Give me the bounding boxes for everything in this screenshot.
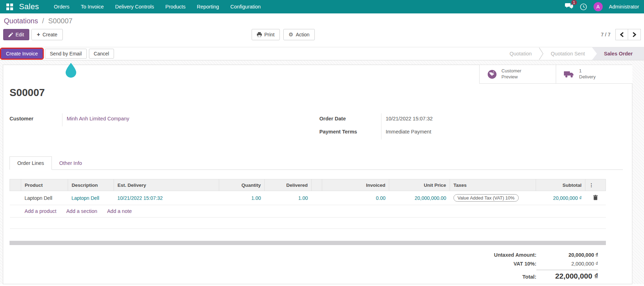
delete-line-button[interactable] <box>585 191 606 205</box>
stage-divider <box>539 47 544 60</box>
cell-uom <box>312 191 322 205</box>
add-a-product-link[interactable]: Add a product <box>25 208 56 214</box>
add-a-section-link[interactable]: Add a section <box>66 208 97 214</box>
edit-label: Edit <box>16 32 24 37</box>
optional-columns-button[interactable]: ⋮ <box>585 179 606 191</box>
order-date-value: 10/21/2022 15:07:32 <box>381 113 433 121</box>
send-by-email-button[interactable]: Send by Email <box>45 49 86 59</box>
clock-icon <box>580 3 587 11</box>
stage-sales-order[interactable]: Sales Order <box>592 47 644 60</box>
col-unit-price[interactable]: Unit Price <box>389 179 450 191</box>
cancel-button[interactable]: Cancel <box>89 49 114 59</box>
print-button[interactable]: Print <box>252 29 280 40</box>
top-navbar: Sales Orders To Invoice Delivery Control… <box>0 0 644 13</box>
form-sheet: Customer Preview 1 Delivery <box>3 65 632 284</box>
chevron-left-icon <box>620 32 624 37</box>
menu-delivery-controls[interactable]: Delivery Controls <box>109 0 160 13</box>
edit-button[interactable]: Edit <box>3 29 29 40</box>
menu-reporting[interactable]: Reporting <box>191 0 225 13</box>
order-date-label: Order Date <box>319 113 381 126</box>
untaxed-amount-value: 20,000,000 ₫ <box>536 252 598 258</box>
col-taxes[interactable]: Taxes <box>450 179 536 191</box>
customer-preview-line1: Customer <box>501 68 521 74</box>
print-icon <box>257 32 262 37</box>
page-title: S00007 <box>10 87 623 99</box>
cell-unit-price: 20,000,000.00 <box>389 191 450 205</box>
chevron-right-icon <box>632 32 636 37</box>
avatar[interactable]: A <box>594 2 603 11</box>
payment-terms-value: Immediate Payment <box>381 126 431 135</box>
customer-preview-button[interactable]: Customer Preview <box>479 65 556 84</box>
col-est-delivery[interactable]: Est. Delivery <box>114 179 219 191</box>
sheet-background: Customer Preview 1 Delivery <box>0 60 644 284</box>
menu-products[interactable]: Products <box>160 0 191 13</box>
customer-label: Customer <box>10 113 62 126</box>
action-label: Action <box>296 32 309 37</box>
payment-terms-label: Payment Terms <box>319 126 381 139</box>
col-quantity[interactable]: Quantity <box>219 179 265 191</box>
action-button[interactable]: ⚙ Action <box>283 29 315 40</box>
user-menu[interactable]: Administrator <box>609 4 639 10</box>
untaxed-amount-label: Untaxed Amount: <box>494 252 536 258</box>
onboarding-pointer-icon <box>65 62 77 79</box>
menu-configuration[interactable]: Configuration <box>225 0 266 13</box>
stage-indicator: Quotation Quotation Sent Sales Order <box>502 47 644 60</box>
apps-grid-icon <box>6 4 13 10</box>
delivery-count: 1 <box>579 68 596 74</box>
create-label: Create <box>42 32 57 37</box>
row-handle <box>10 191 21 205</box>
create-button[interactable]: + Create <box>31 29 62 40</box>
print-label: Print <box>264 32 275 37</box>
apps-grid-icon[interactable] <box>4 1 15 12</box>
plus-icon: + <box>37 31 40 38</box>
cell-delivered: 1.00 <box>265 191 312 205</box>
cell-quantity: 1.00 <box>219 191 265 205</box>
horizontal-scrollbar[interactable] <box>10 241 606 245</box>
delivery-button[interactable]: 1 Delivery <box>556 65 632 84</box>
col-product[interactable]: Product <box>21 179 68 191</box>
breadcrumb-quotations[interactable]: Quotations <box>4 17 38 25</box>
messages-button[interactable]: 1 <box>565 2 573 11</box>
menu-to-invoice[interactable]: To Invoice <box>75 0 109 13</box>
tab-other-info[interactable]: Other Info <box>52 157 89 169</box>
add-a-note-link[interactable]: Add a note <box>107 208 132 214</box>
create-invoice-button[interactable]: Create Invoice <box>1 49 43 59</box>
table-header-row: Product Description Est. Delivery Quanti… <box>10 179 606 191</box>
customer-preview-line2: Preview <box>501 74 521 80</box>
trash-icon <box>593 195 598 200</box>
pager-counter: 7 / 7 <box>601 32 610 37</box>
statusbar: Create Invoice Send by Email Cancel Quot… <box>0 47 644 60</box>
breadcrumb-separator: / <box>42 17 44 25</box>
stage-quotation-sent[interactable]: Quotation Sent <box>544 51 592 56</box>
breadcrumb: Quotations / S00007 <box>3 17 641 25</box>
cell-subtotal: 20,000,000 ₫ <box>536 191 585 205</box>
activities-button[interactable] <box>580 3 587 11</box>
control-panel: Quotations / S00007 Edit + Create <box>0 13 644 47</box>
app-name[interactable]: Sales <box>19 2 39 11</box>
handle-column-header <box>10 179 21 191</box>
tax-tag: Value Added Tax (VAT) 10% <box>453 194 519 202</box>
pager-next-button[interactable] <box>628 29 641 40</box>
cell-description: Laptopn Dell <box>68 191 114 205</box>
cell-est-delivery: 10/21/2022 15:07:32 <box>114 191 219 205</box>
customer-value[interactable]: Minh Anh Limited Company <box>62 113 129 121</box>
order-line-row[interactable]: Laptopn Dell Laptopn Dell 10/21/2022 15:… <box>10 191 606 205</box>
pencil-icon <box>8 32 13 37</box>
order-lines-table: Product Description Est. Delivery Quanti… <box>10 179 606 229</box>
stage-quotation[interactable]: Quotation <box>502 51 539 56</box>
empty-row <box>10 218 606 229</box>
pager-previous-button[interactable] <box>615 29 628 40</box>
col-subtotal[interactable]: Subtotal <box>536 179 585 191</box>
menu-orders[interactable]: Orders <box>48 0 75 13</box>
cell-invoiced: 0.00 <box>322 191 389 205</box>
col-delivered[interactable]: Delivered <box>265 179 312 191</box>
tab-order-lines[interactable]: Order Lines <box>10 156 52 170</box>
truck-icon <box>564 70 574 78</box>
notebook-tabs: Order Lines Other Info <box>10 156 623 170</box>
col-description[interactable]: Description <box>68 179 114 191</box>
add-line-row: Add a product Add a section Add a note <box>10 205 606 218</box>
cell-taxes: Value Added Tax (VAT) 10% <box>450 191 536 205</box>
col-invoiced[interactable]: Invoiced <box>322 179 389 191</box>
cell-product: Laptopn Dell <box>21 191 68 205</box>
smart-buttons: Customer Preview 1 Delivery <box>479 65 632 84</box>
